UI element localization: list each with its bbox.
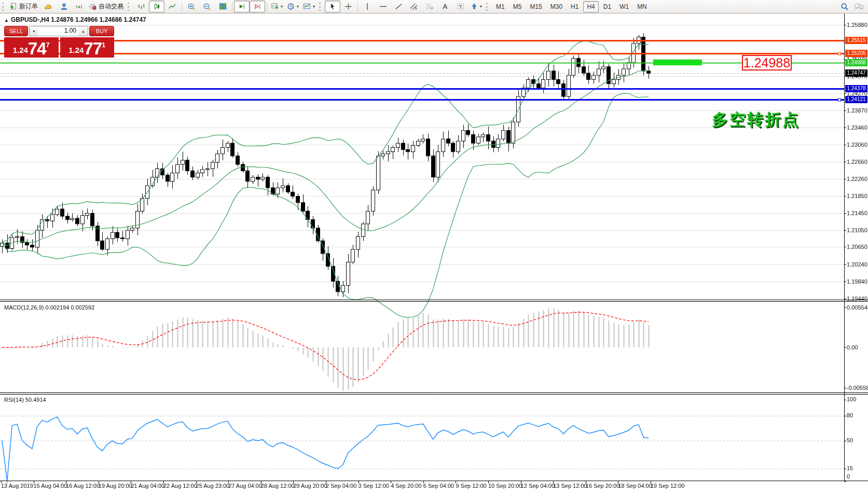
buy-price-small: 1.24 (68, 44, 84, 57)
trendline-button[interactable] (391, 1, 406, 12)
tile-windows-button[interactable] (215, 1, 230, 12)
tab-timeframe-w1[interactable]: W1 (616, 1, 632, 12)
time-axis-label: 13 Sep 12:00 (553, 483, 587, 489)
price-axis-tick: 1.22660 (847, 159, 867, 165)
crosshair-button[interactable] (340, 1, 356, 12)
toolbar-separator (232, 2, 232, 11)
tab-timeframe-m15[interactable]: M15 (526, 1, 545, 12)
tab-timeframe-m1[interactable]: M1 (492, 1, 508, 12)
dropdown-caret: ▾ (281, 4, 283, 9)
fibonacci-button[interactable]: F (422, 1, 437, 12)
toolbar-separator (182, 2, 182, 11)
label-icon: T (457, 3, 465, 10)
chat-icon[interactable] (854, 3, 864, 10)
periods-button[interactable]: ▾ (285, 1, 301, 12)
chart-canvas[interactable] (0, 0, 868, 492)
chart-shift-button[interactable] (250, 1, 265, 12)
dropdown-caret: ▾ (297, 4, 299, 9)
time-axis-label: 19 Sep 12:00 (651, 483, 684, 489)
horizontal-line-button[interactable] (375, 1, 391, 12)
auto-scroll-icon (238, 3, 246, 10)
time-axis-label: 21 Aug 04:00 (131, 483, 164, 489)
green-highlight-bar[interactable] (653, 60, 702, 65)
toolbar-right (841, 3, 864, 11)
auto-scroll-button[interactable] (234, 1, 250, 12)
trendline-icon (395, 3, 403, 10)
time-axis-label: 18 Sep 04:00 (618, 483, 652, 489)
community-button[interactable] (56, 1, 71, 12)
zoom-in-button[interactable] (184, 1, 199, 12)
cursor-button[interactable] (325, 1, 340, 12)
tab-timeframe-h1[interactable]: H1 (567, 1, 582, 12)
tab-timeframe-m30[interactable]: M30 (547, 1, 566, 12)
toolbar-grip[interactable] (319, 3, 322, 11)
signals-button[interactable] (71, 1, 87, 12)
bar-chart-button[interactable] (133, 1, 149, 12)
templates-button[interactable]: ▾ (301, 1, 317, 12)
time-axis-label: 2 Sep 04:00 (326, 483, 356, 489)
sell-price-sup: 7 (46, 37, 50, 53)
price-axis-tick: 1.19440 (847, 296, 867, 302)
volume-value[interactable]: 1.00 (38, 26, 79, 36)
time-axis-label: 12 Sep 04:00 (521, 483, 555, 489)
cursor-icon (329, 3, 336, 10)
zoom-out-icon (203, 3, 211, 11)
sell-price-small: 1.24 (13, 44, 28, 57)
label-button[interactable]: T (453, 1, 469, 12)
indicators-icon (271, 3, 279, 10)
tab-timeframe-d1[interactable]: D1 (600, 1, 615, 12)
time-axis-label: 9 Sep 12:00 (456, 483, 486, 489)
price-axis-tick: 1.25880 (847, 22, 867, 28)
toolbar-grip[interactable] (128, 3, 131, 11)
line-chart-button[interactable] (164, 1, 180, 12)
market-watch-icon (44, 3, 52, 10)
rsi-axis-tick: 50 (847, 437, 853, 443)
sell-price-big: 74 (28, 40, 46, 57)
collapse-panel-icon[interactable]: ▲ (4, 18, 9, 23)
tab-timeframe-mn[interactable]: MN (633, 1, 651, 12)
time-axis-label: 6 Sep 04:00 (423, 483, 454, 489)
zoom-out-button[interactable] (199, 1, 215, 12)
toolbar: 新订单 自动交易 (0, 0, 868, 13)
time-axis-label: 28 Aug 12:00 (261, 483, 295, 489)
time-axis-label: 19 Aug 20:00 (99, 483, 132, 489)
time-axis-label: 27 Aug 04:00 (228, 483, 262, 489)
toolbar-grip[interactable] (486, 3, 489, 11)
time-axis-label: 13 Aug 2019 (1, 483, 33, 489)
svg-text:T: T (459, 4, 462, 9)
macd-label: MACD(12,26,9) 0.002194 0.002592 (4, 304, 94, 311)
crosshair-icon (345, 3, 352, 10)
sell-button[interactable]: SELL (4, 26, 28, 36)
new-order-button[interactable]: 新订单 (8, 1, 40, 12)
macd-axis-tick: 0.00 (847, 344, 858, 350)
buy-button[interactable]: BUY (89, 26, 114, 36)
tab-timeframe-m5[interactable]: M5 (509, 1, 526, 12)
text-button[interactable]: A (437, 1, 453, 12)
arrows-button[interactable]: ▾ (469, 1, 484, 12)
one-click-trading-panel: SELL ▼ 1.00 ▲ BUY 1.24 74 7 1.24 77 1 (4, 26, 114, 58)
price-annotation-box[interactable]: 1.24988 (742, 55, 792, 71)
price-axis-tick: 1.19840 (847, 278, 867, 285)
toolbar-grip[interactable] (2, 3, 5, 11)
time-axis-label: 25 Aug 23:00 (196, 483, 230, 489)
autotrading-button[interactable]: 自动交易 (87, 1, 126, 12)
price-axis-tick: 1.23870 (847, 107, 867, 114)
time-axis-label: 29 Aug 20:00 (293, 483, 327, 489)
toolbar-separator (267, 2, 267, 11)
market-watch-button[interactable] (40, 1, 56, 12)
turning-point-annotation[interactable]: 多空转折点 (712, 109, 800, 131)
indicators-button[interactable]: ▾ (269, 1, 285, 12)
buy-price-quote[interactable]: 1.24 77 1 (60, 37, 115, 58)
price-axis-tick: 1.21050 (847, 227, 867, 233)
vertical-line-button[interactable] (360, 1, 375, 12)
candlestick-button[interactable] (149, 1, 164, 12)
volume-increase-button[interactable]: ▲ (79, 26, 88, 36)
channel-button[interactable]: E (406, 1, 422, 12)
time-axis-label: 4 Sep 20:00 (391, 483, 421, 489)
timeframe-bar: M1M5M15M30H1H4D1W1MN (492, 1, 651, 12)
volume-decrease-button[interactable]: ▼ (30, 26, 38, 36)
tab-timeframe-h4[interactable]: H4 (583, 1, 598, 12)
sell-price-quote[interactable]: 1.24 74 7 (4, 37, 59, 58)
arrows-icon (471, 3, 478, 10)
search-icon[interactable] (841, 3, 849, 11)
